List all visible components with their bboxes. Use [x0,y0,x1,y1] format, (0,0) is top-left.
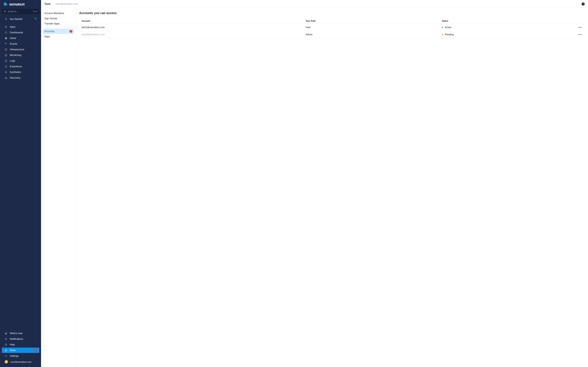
page-title: Accounts you can access [79,11,584,15]
nav-team[interactable]: Team 1 [2,348,39,353]
subnav-accounts[interactable]: Accounts 1 [43,29,74,34]
svg-rect-11 [6,27,6,28]
content-panel: Accounts you can access Account ↕ Your R… [76,8,588,367]
nav-label: What's new [10,332,22,335]
file-icon [5,60,7,62]
focus-icon [5,65,7,68]
subnav-label: Account Members [44,12,64,15]
subnav-account-members[interactable]: Account Members [43,11,74,16]
breadcrumb-primary[interactable]: Team [44,3,51,5]
col-header-role[interactable]: Your Role ↕ [303,18,439,24]
breadcrumb-secondary: user@sematext.com [56,3,78,5]
svg-rect-6 [6,26,7,26]
nav-monitoring[interactable]: Monitoring [2,52,39,58]
team-icon [5,349,7,351]
col-header-account[interactable]: Account ↕ [79,18,303,24]
gear-icon [5,355,7,357]
help-button[interactable]: ? [582,2,585,6]
chart-icon [5,54,7,56]
nav-experience[interactable]: Experience [2,64,39,69]
cell-role: User [303,24,439,31]
divider [43,27,74,28]
megaphone-icon [5,338,7,340]
row-actions-button[interactable]: ••• [575,24,584,31]
svg-rect-4 [5,26,6,26]
svg-rect-15 [6,38,6,38]
nav-label: Notifications [10,338,23,340]
nav-label: Alerts [10,37,16,40]
file-search-icon [5,77,7,79]
nav-footer-group: What's new Notifications Help Team 1 Set… [0,330,41,365]
cell-status: Active [439,24,575,31]
accounts-table: Account ↕ Your Role ↕ Status ↑ [79,18,584,38]
nav-whats-new[interactable]: What's new [2,331,39,336]
nav-label: Settings [10,355,19,357]
help-icon [5,343,7,346]
nav-user[interactable]: user@sematext.com [2,359,39,365]
nav-dashboards[interactable]: Dashboards [2,30,39,35]
badge-count: 1 [34,349,36,352]
table-row: test1@sematext.com User Active ••• [79,24,584,31]
loading-spinner-icon [34,18,36,20]
svg-line-3 [5,12,6,12]
svg-point-26 [6,72,6,72]
svg-rect-12 [6,27,7,28]
subnav-label: Accounts [44,30,54,33]
nav-label: Discovery [10,76,20,79]
nav-main-group: Apps Dashboards Alerts Events Infrastruc… [0,24,41,81]
nav-label: Team [10,349,16,352]
svg-point-2 [4,10,5,12]
col-header-status[interactable]: Status ↑ [439,18,575,24]
nav-alerts[interactable]: Alerts [2,35,39,41]
nav-logs[interactable]: Logs [2,58,39,63]
col-label: Your Role [306,20,316,22]
nav-get-started[interactable]: Get Started [2,16,39,22]
alert-icon [5,37,7,40]
nav-label: Events [10,42,17,45]
brand-logo[interactable]: sematext [0,0,41,8]
svg-point-28 [6,78,6,78]
cell-role: Admin [303,31,439,38]
svg-point-36 [6,350,7,350]
server-icon [5,48,7,51]
nav-discovery[interactable]: Discovery [2,75,39,80]
row-actions-button[interactable]: ••• [575,31,584,38]
nav-label: Experience [10,65,22,68]
cell-account: test1@sematext.com [79,24,303,31]
nav-label: Monitoring [10,54,21,57]
subnav-apps[interactable]: Apps [43,34,74,39]
subnav-app-guests[interactable]: App Guests [43,16,74,21]
avatar [5,360,8,364]
robot-icon [5,71,7,73]
gift-icon [5,332,7,334]
cell-status: Pending [439,31,575,38]
secondary-sidebar: Account Members App Guests Transfer Apps… [41,8,76,367]
subnav-transfer-apps[interactable]: Transfer Apps [43,21,74,26]
nav-label: Help [10,343,15,346]
cell-account: test2@sematext.com [79,31,303,38]
nav-synthetics[interactable]: Synthetics [2,69,39,75]
jump-to-placeholder: Jump to... [8,10,31,13]
nav-notifications[interactable]: Notifications [2,336,39,342]
jump-to-search[interactable]: Jump to... Ctrl+K [2,9,39,14]
nav-infrastructure[interactable]: Infrastructure [2,47,39,52]
status-dot-icon [442,34,443,35]
jump-to-shortcut: Ctrl+K [33,10,37,12]
svg-rect-5 [6,26,6,26]
svg-point-25 [6,72,6,72]
flag-icon [5,43,7,45]
nav-events[interactable]: Events [2,41,39,47]
sort-icon: ↕ [91,20,92,22]
svg-point-34 [6,345,6,345]
subnav-label: App Guests [44,17,57,20]
col-label: Account [82,20,90,22]
nav-settings[interactable]: Settings [2,353,39,359]
subnav-label: Transfer Apps [44,22,60,25]
nav-help[interactable]: Help [2,342,39,347]
nav-apps[interactable]: Apps [2,24,39,30]
user-email: user@sematext.com [10,361,32,363]
svg-rect-8 [6,27,6,27]
breadcrumb-separator: | [53,3,53,5]
search-icon [4,10,6,13]
sort-asc-icon: ↑ [450,20,450,22]
